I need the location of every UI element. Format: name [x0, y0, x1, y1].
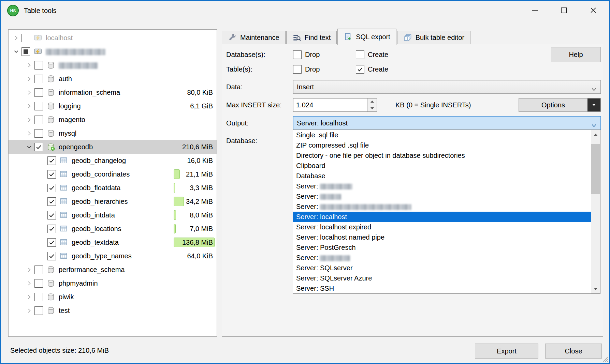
tree-row[interactable]: information_schema80,0 KiB — [9, 86, 217, 99]
tab-bulk-table-editor[interactable]: Bulk table editor — [397, 31, 470, 44]
chevron-collapsed-icon[interactable] — [24, 62, 34, 68]
close-dialog-button[interactable]: Close — [545, 344, 602, 359]
dropdown-option[interactable]: Clipboard — [293, 161, 591, 171]
spinner-down-button[interactable] — [367, 105, 377, 112]
checkbox[interactable] — [293, 50, 302, 59]
chevron-expanded-icon[interactable] — [24, 144, 34, 150]
tree-row[interactable]: logging6,1 GiB — [9, 99, 217, 113]
minimize-button[interactable] — [520, 1, 549, 20]
checkbox[interactable] — [356, 65, 364, 74]
dropdown-option[interactable]: Server: localhost named pipe — [293, 232, 591, 242]
data-combobox[interactable]: Insert — [293, 80, 601, 94]
tree-checkbox[interactable] — [34, 129, 43, 138]
scroll-down-button[interactable] — [591, 284, 600, 293]
tree-row[interactable]: piwik — [9, 290, 217, 304]
options-button[interactable]: Options — [519, 98, 601, 112]
dropdown-option[interactable]: Directory - one file per object in datab… — [293, 150, 591, 161]
tree-checkbox[interactable] — [34, 306, 43, 315]
databases-create-checkbox[interactable]: Create — [356, 50, 388, 59]
tree-row[interactable]: geodb_intdata8,0 MiB — [9, 208, 217, 222]
tree-row[interactable]: geodb_hierarchies34,2 MiB — [9, 195, 217, 208]
dropdown-option[interactable]: Server: SSH — [293, 283, 591, 293]
tree-checkbox[interactable] — [47, 184, 56, 192]
tree-checkbox[interactable] — [34, 279, 43, 288]
tree-checkbox[interactable] — [34, 61, 43, 70]
options-dropdown-button[interactable] — [587, 98, 600, 111]
tree-row[interactable]: geodb_floatdata3,3 MiB — [9, 181, 217, 195]
scrollbar-thumb[interactable] — [591, 144, 600, 194]
tree-row[interactable]: geodb_locations7,0 MiB — [9, 222, 217, 236]
tree-checkbox[interactable] — [47, 156, 56, 165]
spinner-up-button[interactable] — [367, 98, 377, 105]
tab-maintenance[interactable]: Maintenance — [222, 31, 286, 44]
dropdown-option[interactable]: ZIP compressed .sql file — [293, 140, 591, 150]
tree-row[interactable]: performance_schema — [9, 263, 217, 276]
database-tree[interactable]: localhostauthinformation_schema80,0 KiBl… — [8, 29, 217, 337]
tree-row[interactable]: localhost — [9, 31, 217, 45]
chevron-collapsed-icon[interactable] — [24, 280, 34, 286]
maximize-button[interactable] — [549, 1, 579, 20]
dropdown-option[interactable]: Server: localhost — [293, 212, 591, 222]
tree-row[interactable]: geodb_coordinates21,1 MiB — [9, 167, 217, 181]
tree-checkbox[interactable] — [47, 197, 56, 206]
max-insert-size-input[interactable] — [293, 98, 367, 111]
dropdown-option[interactable]: Server: SQLserver — [293, 263, 591, 273]
chevron-collapsed-icon[interactable] — [24, 76, 34, 82]
chevron-collapsed-icon[interactable] — [24, 103, 34, 109]
dropdown-scrollbar[interactable] — [591, 130, 600, 293]
tree-checkbox[interactable] — [21, 34, 30, 42]
tab-sql-export[interactable]: SQL export — [337, 29, 396, 45]
output-combobox[interactable]: Server: localhost — [293, 116, 601, 130]
tree-checkbox[interactable] — [34, 266, 43, 274]
tree-checkbox[interactable] — [34, 75, 43, 83]
dropdown-option[interactable]: Server: — [293, 181, 591, 191]
dropdown-option[interactable]: Single .sql file — [293, 130, 591, 140]
chevron-collapsed-icon[interactable] — [24, 131, 34, 136]
resize-grip[interactable] — [601, 355, 608, 362]
tree-row[interactable] — [9, 58, 217, 72]
tree-checkbox[interactable] — [47, 211, 56, 219]
chevron-collapsed-icon[interactable] — [24, 267, 34, 273]
close-button[interactable] — [579, 1, 608, 20]
tables-drop-checkbox[interactable]: Drop — [293, 65, 320, 74]
tree-checkbox[interactable] — [34, 116, 43, 124]
export-button[interactable]: Export — [475, 344, 538, 359]
checkbox[interactable] — [293, 65, 302, 74]
dropdown-option[interactable]: Server: — [293, 191, 591, 201]
checkbox[interactable] — [356, 50, 364, 59]
chevron-collapsed-icon[interactable] — [24, 90, 34, 95]
dropdown-option[interactable]: Database — [293, 171, 591, 181]
tree-row[interactable]: geodb_textdata136,8 MiB — [9, 236, 217, 249]
tree-row[interactable]: geodb_type_names64,0 KiB — [9, 249, 217, 263]
tree-checkbox[interactable] — [47, 252, 56, 260]
chevron-collapsed-icon[interactable] — [24, 117, 34, 123]
dropdown-option[interactable]: Server: SQLserver Azure — [293, 273, 591, 283]
tree-row[interactable]: opengeodb210,6 MiB — [9, 140, 217, 154]
tree-checkbox[interactable] — [34, 143, 43, 151]
tree-checkbox[interactable] — [34, 88, 43, 97]
tree-checkbox[interactable] — [34, 102, 43, 110]
scroll-up-button[interactable] — [591, 130, 600, 139]
dropdown-option[interactable]: Server: localhost expired — [293, 222, 591, 232]
tab-find-text[interactable]: Find text — [286, 31, 337, 44]
tree-row[interactable]: geodb_changelog16,0 KiB — [9, 154, 217, 167]
titlebar[interactable]: HS Table tools — [1, 1, 609, 20]
tree-row[interactable]: magento — [9, 113, 217, 126]
scrollbar-track[interactable] — [591, 139, 600, 284]
tree-checkbox[interactable] — [47, 225, 56, 233]
tree-row[interactable]: test — [9, 304, 217, 317]
tree-row[interactable] — [9, 45, 217, 58]
chevron-collapsed-icon[interactable] — [24, 294, 34, 300]
dropdown-option[interactable]: Server: — [293, 201, 591, 212]
tree-row[interactable]: phpmyadmin — [9, 276, 217, 290]
help-button[interactable]: Help — [551, 47, 601, 62]
tables-create-checkbox[interactable]: Create — [356, 65, 388, 74]
tree-checkbox[interactable] — [21, 47, 30, 56]
dropdown-option[interactable]: Server: — [293, 253, 591, 263]
max-insert-size-field[interactable] — [293, 98, 377, 112]
chevron-collapsed-icon[interactable] — [24, 308, 34, 314]
tree-checkbox[interactable] — [47, 238, 56, 247]
dropdown-option[interactable]: Server: PostGresch — [293, 242, 591, 253]
tree-checkbox[interactable] — [47, 170, 56, 179]
databases-drop-checkbox[interactable]: Drop — [293, 50, 320, 59]
